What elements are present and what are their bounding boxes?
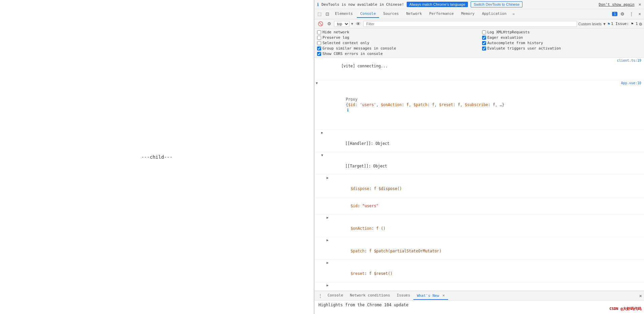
console-line-proxy: ▼ Proxy {$id: 'users', $onAction: f, $pa… xyxy=(314,80,644,130)
eval-triggers-option[interactable]: Evaluate triggers user activation xyxy=(482,46,642,51)
selected-context-option[interactable]: Selected context only xyxy=(317,41,477,45)
context-selector[interactable]: top xyxy=(334,21,349,27)
eval-triggers-checkbox[interactable] xyxy=(482,46,486,51)
eager-eval-checkbox[interactable] xyxy=(482,36,486,40)
devtools-infobar: ℹ DevTools is now available in Chinese! … xyxy=(314,0,644,9)
log-xmlhttp-checkbox[interactable] xyxy=(482,30,486,34)
eager-eval-label: Eager evaluation xyxy=(487,35,523,40)
show-cors-option[interactable]: Show CORS errors in console xyxy=(317,52,477,56)
drawer-tab-whats-new[interactable]: What's New × xyxy=(413,292,448,300)
console-line-onaction: ▶ $onAction: f () xyxy=(314,215,644,237)
console-line-reset: ▶ $reset: f $reset() xyxy=(314,260,644,282)
tabs-more-button[interactable]: » xyxy=(511,10,517,18)
dispose-text: $dispose: f $dispose() xyxy=(350,186,402,191)
more-options-button[interactable]: ⋮ xyxy=(628,10,635,18)
tab-elements[interactable]: Elements xyxy=(332,10,356,18)
console-settings-button[interactable]: ⚙ xyxy=(326,21,333,27)
custom-levels-button[interactable]: Custom levels ▼ xyxy=(578,22,606,26)
tabs-left: ⬚ ⊡ Elements Console Sources Network Per… xyxy=(316,10,517,18)
switch-devtools-button[interactable]: Switch DevTools to Chinese xyxy=(471,1,522,7)
tab-application[interactable]: Application xyxy=(479,10,510,18)
console-options-panel: Hide network Log XMLHttpRequests Preserv… xyxy=(314,29,644,58)
preserve-log-label: Preserve log xyxy=(323,35,349,40)
dont-show-again-link[interactable]: Don't show again xyxy=(599,2,635,7)
infobar-message: DevTools is now available in Chinese! xyxy=(321,2,404,7)
selected-context-label: Selected context only xyxy=(323,41,369,45)
selected-context-checkbox[interactable] xyxy=(317,41,321,45)
infobar-close-button[interactable]: × xyxy=(639,2,641,7)
hide-network-option[interactable]: Hide network xyxy=(317,30,477,34)
drawer-content-text: Highlights from the Chrome 104 update xyxy=(318,303,408,307)
filter-input[interactable] xyxy=(365,22,575,26)
device-toggle-button[interactable]: ⊡ xyxy=(324,10,331,18)
console-line-vite-connecting: [vite] connecting... client.ts:19 xyxy=(314,58,644,80)
group-similar-checkbox[interactable] xyxy=(317,46,321,51)
close-devtools-button[interactable]: × xyxy=(637,10,643,18)
tab-console[interactable]: Console xyxy=(357,10,379,18)
reset-text: $reset: f $reset() xyxy=(350,271,393,276)
proxy-file[interactable]: App.vue:10 xyxy=(621,81,641,86)
preserve-log-checkbox[interactable] xyxy=(317,36,321,40)
match-language-button[interactable]: Always match Chrome's language xyxy=(407,2,468,7)
drawer-content: Highlights from the Chrome 104 update xyxy=(314,301,644,314)
sid-text: $id: "users" xyxy=(350,203,378,208)
console-line-target: ▼ [[Target]]: Object xyxy=(314,152,644,175)
proxy-text: Proxy {$id: 'users', $onAction: f, $patc… xyxy=(323,92,504,118)
proxy-expand-arrow[interactable]: ▼ xyxy=(316,81,318,86)
console-line-subscribe: ▶ $subscribe: $subscribe(callback, optio… xyxy=(314,282,644,291)
settings-button[interactable]: ⚙ xyxy=(619,10,626,18)
drawer-close-button[interactable]: × xyxy=(639,293,642,299)
filter-wrapper xyxy=(363,21,577,27)
autocomplete-option[interactable]: Autocomplete from history xyxy=(482,41,642,45)
drawer-menu-button[interactable]: ⋮ xyxy=(316,292,324,299)
log-xmlhttp-option[interactable]: Log XMLHttpRequests xyxy=(482,30,642,34)
tabs-right: 1 ⚙ ⋮ × xyxy=(612,10,643,18)
handler-text: [[Handler]]: Object xyxy=(345,141,389,146)
group-similar-label: Group similar messages in console xyxy=(323,46,396,51)
eager-eval-option[interactable]: Eager evaluation xyxy=(482,35,642,40)
devtools-drawer: ⋮ Console Network conditions Issues What… xyxy=(314,291,644,314)
inspect-element-button[interactable]: ⬚ xyxy=(316,10,323,18)
hide-network-checkbox[interactable] xyxy=(317,30,321,34)
issues-count: ⚑ 1 Issue: ⚑ 1 xyxy=(608,22,638,26)
tab-network[interactable]: Network xyxy=(403,10,425,18)
onaction-text: $onAction: f () xyxy=(350,226,385,231)
eye-button[interactable]: 👁 xyxy=(354,21,362,27)
issues-badge: 1 xyxy=(612,12,617,16)
child-text: ---child--- xyxy=(141,154,173,160)
eval-triggers-label: Evaluate triggers user activation xyxy=(487,46,561,51)
console-line-patch: ▶ $patch: f $patch(partialStateOrMutator… xyxy=(314,237,644,260)
issues-icon: ⚑ xyxy=(608,22,610,26)
console-gear-icon[interactable]: ⚙ xyxy=(639,21,642,27)
tab-performance[interactable]: Performance xyxy=(426,10,457,18)
tab-memory[interactable]: Memory xyxy=(458,10,478,18)
group-similar-option[interactable]: Group similar messages in console xyxy=(317,46,477,51)
patch-text: $patch: f $patch(partialStateOrMutator) xyxy=(350,249,441,253)
context-caret: ▼ xyxy=(351,22,353,26)
console-line-handler: ▶ [[Handler]]: Object xyxy=(314,130,644,152)
tab-sources[interactable]: Sources xyxy=(380,10,402,18)
show-cors-checkbox[interactable] xyxy=(317,52,321,56)
drawer-tab-issues[interactable]: Issues xyxy=(394,292,414,300)
console-line-sid: $id: "users" xyxy=(314,197,644,215)
vite-connecting-file[interactable]: client.ts:19 xyxy=(617,58,641,63)
handler-arrow[interactable]: ▶ xyxy=(321,130,323,135)
autocomplete-label: Autocomplete from history xyxy=(487,41,543,45)
preserve-log-option[interactable]: Preserve log xyxy=(317,35,477,40)
target-arrow[interactable]: ▼ xyxy=(321,153,323,158)
drawer-tab-network-conditions[interactable]: Network conditions xyxy=(346,292,393,300)
clear-console-button[interactable]: 🚫 xyxy=(316,21,325,27)
log-xmlhttp-label: Log XMLHttpRequests xyxy=(487,30,530,34)
autocomplete-checkbox[interactable] xyxy=(482,41,486,45)
drawer-tab-console[interactable]: Console xyxy=(324,292,346,300)
vite-connecting-text: [vite] connecting... xyxy=(341,64,387,68)
whats-new-close-icon[interactable]: × xyxy=(442,293,445,298)
console-line-dispose: ▶ $dispose: f $dispose() xyxy=(314,175,644,197)
issues-label: 1 Issue: ⚑ 1 xyxy=(611,22,638,26)
devtools-tabs-bar: ⬚ ⊡ Elements Console Sources Network Per… xyxy=(314,9,644,19)
info-icon: ℹ xyxy=(317,2,319,7)
console-output: [vite] connecting... client.ts:19 ▼ Prox… xyxy=(314,58,644,291)
show-cors-label: Show CORS errors in console xyxy=(323,52,383,56)
hide-network-label: Hide network xyxy=(323,30,349,34)
console-toolbar: 🚫 ⚙ top ▼ 👁 Custom levels ▼ ⚑ 1 Issue: ⚑… xyxy=(314,19,644,29)
